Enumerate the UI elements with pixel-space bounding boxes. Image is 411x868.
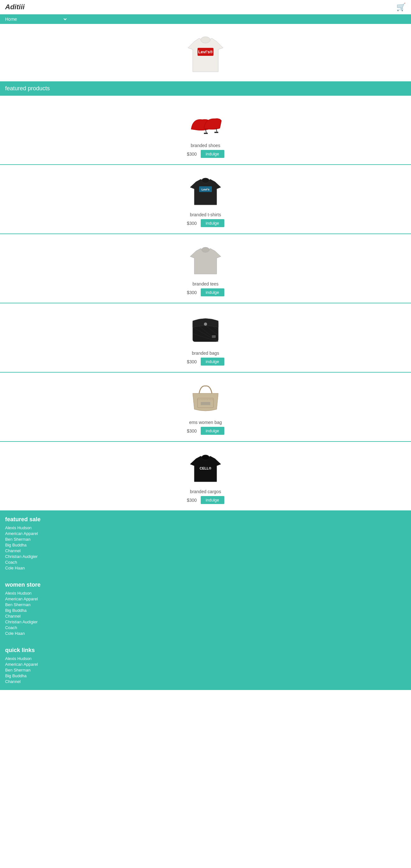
- featured-sale-link[interactable]: Coach: [5, 560, 406, 565]
- svg-rect-22: [201, 402, 210, 405]
- product-item: branded tees $300 indulge: [0, 234, 411, 303]
- women-store-section: women store Alexis Hudson American Appar…: [0, 577, 411, 642]
- svg-point-10: [202, 247, 209, 252]
- svg-text:Levi's: Levi's: [201, 188, 209, 191]
- product-price-row: $300 indulge: [187, 496, 224, 504]
- product-price-row: $300 indulge: [187, 427, 224, 435]
- product-item: branded shoes $300 indulge: [0, 96, 411, 165]
- indulge-button-tees[interactable]: indulge: [201, 288, 224, 296]
- product-item: Levi's branded t-shirts $300 indulge: [0, 165, 411, 234]
- product-image-dark-bag: [186, 310, 225, 348]
- quick-link[interactable]: American Apparel: [5, 662, 406, 667]
- product-name: branded tees: [193, 281, 218, 286]
- svg-rect-19: [212, 335, 216, 338]
- women-store-link[interactable]: Big Buddha: [5, 608, 406, 613]
- quick-link[interactable]: Big Buddha: [5, 674, 406, 678]
- product-price-row: $300 indulge: [187, 288, 224, 296]
- product-item: branded bags $300 indulge: [0, 303, 411, 373]
- breadcrumb-bar: Home Featured Products Sale Women Store: [0, 14, 411, 24]
- product-price: $300: [187, 498, 197, 503]
- svg-point-23: [202, 455, 209, 460]
- quick-link[interactable]: Ben Sherman: [5, 668, 406, 673]
- product-price: $300: [187, 428, 197, 434]
- featured-sale-section: featured sale Alexis Hudson American App…: [0, 511, 411, 577]
- svg-point-7: [202, 178, 209, 183]
- product-price: $300: [187, 359, 197, 364]
- product-list: branded shoes $300 indulge Levi's brande…: [0, 96, 411, 511]
- product-item: ems women bag $300 indulge: [0, 373, 411, 442]
- cart-icon[interactable]: 🛒: [396, 3, 406, 11]
- hero-section: Levi's®: [0, 24, 411, 81]
- indulge-button-bags[interactable]: indulge: [201, 358, 224, 366]
- product-name: branded t-shirts: [190, 212, 221, 217]
- featured-sale-link[interactable]: Alexis Hudson: [5, 525, 406, 530]
- women-store-link[interactable]: Coach: [5, 625, 406, 630]
- product-image-grey-tee: [186, 241, 225, 279]
- women-store-link[interactable]: Christian Audigier: [5, 620, 406, 624]
- product-name: branded bags: [192, 350, 219, 356]
- product-price-row: $300 indulge: [187, 219, 224, 227]
- svg-point-0: [201, 37, 210, 43]
- product-name: branded cargos: [190, 489, 221, 494]
- indulge-button-shoes[interactable]: indulge: [201, 150, 224, 158]
- product-image-shoes: [186, 102, 225, 141]
- product-price: $300: [187, 221, 197, 226]
- product-price-row: $300 indulge: [187, 150, 224, 158]
- header: Aditiii 🛒: [0, 0, 411, 14]
- quick-link[interactable]: Alexis Hudson: [5, 656, 406, 661]
- women-store-title: women store: [5, 582, 406, 588]
- product-price: $300: [187, 290, 197, 295]
- product-price-row: $300 indulge: [187, 358, 224, 366]
- quick-links-section: quick links Alexis Hudson American Appar…: [0, 642, 411, 690]
- product-item: CELL® branded cargos $300 indulge: [0, 442, 411, 511]
- product-price: $300: [187, 152, 197, 157]
- women-store-link[interactable]: Cole Haan: [5, 631, 406, 636]
- women-store-link[interactable]: Channel: [5, 614, 406, 619]
- featured-products-header: featured products: [0, 81, 411, 96]
- product-image-beige-bag: [186, 379, 225, 417]
- featured-sale-title: featured sale: [5, 516, 406, 523]
- svg-point-18: [204, 322, 207, 326]
- svg-text:Levi's®: Levi's®: [198, 50, 213, 54]
- logo[interactable]: Aditiii: [5, 3, 25, 11]
- product-name: ems women bag: [189, 420, 222, 425]
- product-name: branded shoes: [191, 143, 221, 148]
- featured-sale-link[interactable]: Cole Haan: [5, 566, 406, 570]
- product-image-dark-tshirt: Levi's: [186, 171, 225, 210]
- featured-sale-link[interactable]: American Apparel: [5, 531, 406, 536]
- breadcrumb-select[interactable]: Home Featured Products Sale Women Store: [4, 16, 68, 22]
- indulge-button-tshirts[interactable]: indulge: [201, 219, 224, 227]
- women-store-link[interactable]: Ben Sherman: [5, 602, 406, 607]
- featured-sale-link[interactable]: Ben Sherman: [5, 537, 406, 542]
- featured-sale-link[interactable]: Christian Audigier: [5, 554, 406, 559]
- svg-rect-6: [214, 132, 218, 133]
- hero-image: Levi's®: [186, 30, 225, 75]
- women-store-link[interactable]: American Apparel: [5, 596, 406, 601]
- featured-products-title: featured products: [5, 85, 50, 92]
- product-image-cargos: CELL®: [186, 448, 225, 487]
- indulge-button-women-bag[interactable]: indulge: [201, 427, 224, 435]
- svg-text:CELL®: CELL®: [200, 466, 211, 470]
- svg-rect-4: [204, 133, 208, 134]
- featured-sale-link[interactable]: Channel: [5, 548, 406, 553]
- women-store-link[interactable]: Alexis Hudson: [5, 591, 406, 596]
- indulge-button-cargos[interactable]: indulge: [201, 496, 224, 504]
- quick-links-title: quick links: [5, 647, 406, 654]
- quick-link[interactable]: Channel: [5, 679, 406, 684]
- featured-sale-link[interactable]: Big Buddha: [5, 542, 406, 548]
